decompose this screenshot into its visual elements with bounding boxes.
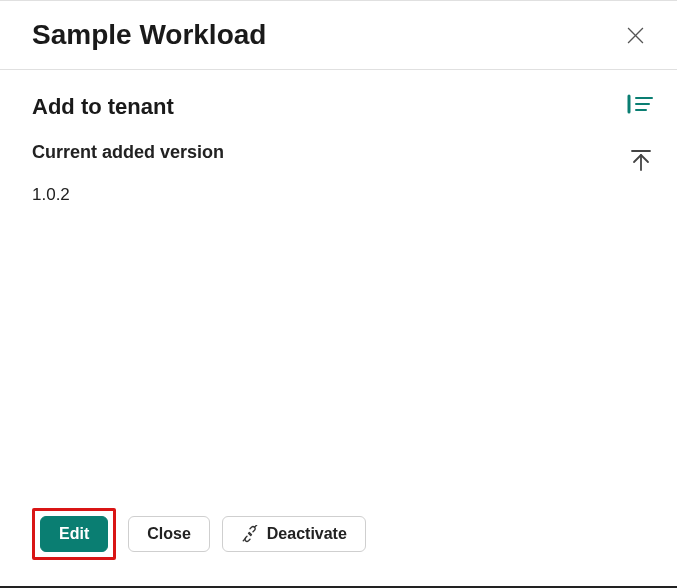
side-tools <box>627 90 655 174</box>
deactivate-button[interactable]: Deactivate <box>222 516 366 552</box>
workload-panel: Sample Workload Add to tenant Current ad… <box>0 0 677 588</box>
close-icon[interactable] <box>621 21 649 49</box>
close-button-label: Close <box>147 525 191 543</box>
panel-title: Sample Workload <box>32 19 266 51</box>
version-label: Current added version <box>32 142 645 163</box>
edit-button-label: Edit <box>59 525 89 543</box>
panel-footer: Edit Close Deactivate <box>0 494 677 586</box>
panel-header: Sample Workload <box>0 1 677 70</box>
close-button[interactable]: Close <box>128 516 210 552</box>
deactivate-button-label: Deactivate <box>267 525 347 543</box>
unplug-icon <box>241 525 259 543</box>
edit-button[interactable]: Edit <box>40 516 108 552</box>
list-toggle-icon[interactable] <box>627 90 655 118</box>
panel-body: Add to tenant Current added version 1.0.… <box>0 70 677 494</box>
version-value: 1.0.2 <box>32 185 645 205</box>
section-title: Add to tenant <box>32 94 645 120</box>
edit-highlight: Edit <box>32 508 116 560</box>
scroll-to-top-icon[interactable] <box>627 146 655 174</box>
